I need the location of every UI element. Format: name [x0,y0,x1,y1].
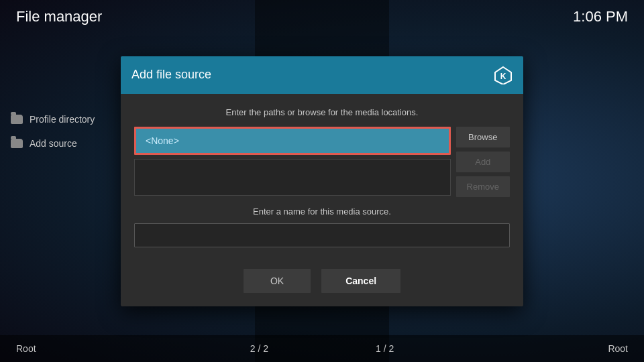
path-input[interactable] [134,127,451,155]
dialog-instruction: Enter the paths or browse for the media … [134,107,510,117]
name-input[interactable] [134,223,510,247]
browse-button[interactable]: Browse [456,127,510,147]
dialog-title: Add file source [131,68,211,82]
main-input-area: Browse Add Remove [134,127,510,197]
dialog-overlay: Add file source K Enter the paths or bro… [0,0,644,362]
svg-text:K: K [500,72,506,81]
input-with-list [134,127,451,196]
dialog-footer: OK Cancel [121,258,523,306]
cancel-button[interactable]: Cancel [321,269,400,293]
name-label: Enter a name for this media source. [134,206,510,217]
name-section: Enter a name for this media source. [134,206,510,247]
side-buttons: Browse Add Remove [456,127,510,197]
ok-button[interactable]: OK [244,269,311,293]
kodi-logo-icon: K [494,66,513,84]
add-file-source-dialog: Add file source K Enter the paths or bro… [121,56,523,306]
remove-button[interactable]: Remove [456,176,510,197]
dialog-body: Enter the paths or browse for the media … [121,94,523,258]
add-button[interactable]: Add [456,152,510,172]
dialog-header: Add file source K [121,56,523,94]
source-list-area [134,159,451,196]
